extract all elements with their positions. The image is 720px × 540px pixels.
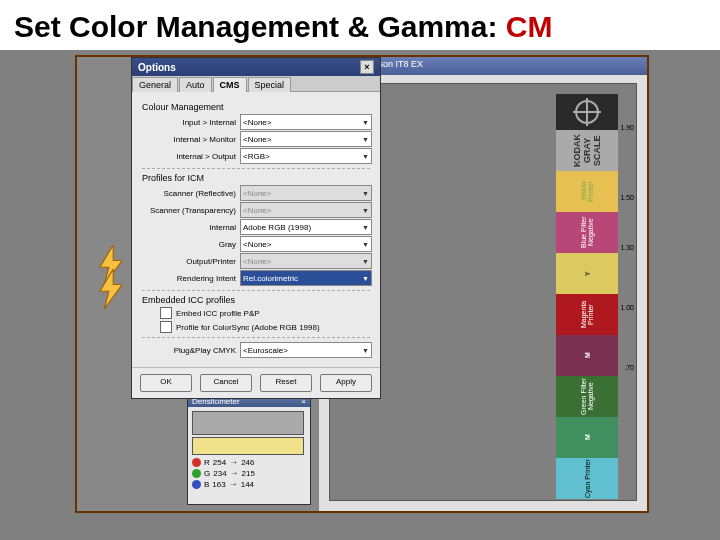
r-dot xyxy=(192,458,201,467)
select-output-printer: <None>▼ xyxy=(240,253,372,269)
checkbox-embed-pp[interactable] xyxy=(160,307,172,319)
close-icon[interactable]: × xyxy=(360,60,374,74)
slide-title: Set Color Management & Gamma: CM xyxy=(0,0,720,50)
select-rendering-intent[interactable]: Rel.colorimetric▼ xyxy=(240,270,372,286)
group-cm: Colour Management xyxy=(142,102,372,112)
checkbox-profile-colorsync[interactable] xyxy=(160,321,172,333)
cancel-button[interactable]: Cancel xyxy=(200,374,252,392)
select-internal-profile[interactable]: Adobe RGB (1998)▼ xyxy=(240,219,372,235)
strip-kodak: KODAK GRAY SCALE xyxy=(556,130,618,171)
strip-seg: Magenta Printer xyxy=(556,294,618,335)
group-profiles: Profiles for ICM xyxy=(142,173,372,183)
select-gray[interactable]: <None>▼ xyxy=(240,236,372,252)
swatch-before xyxy=(192,411,304,435)
strip-seg: M xyxy=(556,417,618,458)
apply-button[interactable]: Apply xyxy=(320,374,372,392)
group-embedded: Embedded ICC profiles xyxy=(142,295,372,305)
swatch-after xyxy=(192,437,304,455)
dialog-titlebar[interactable]: Options × xyxy=(132,58,380,76)
kodak-strip: KODAK GRAY SCALE Yellow Printer Blue Fil… xyxy=(556,94,618,499)
tab-cms[interactable]: CMS xyxy=(213,77,247,92)
strip-seg: Cyan Printer xyxy=(556,458,618,499)
select-scanner-transparency: <None>▼ xyxy=(240,202,372,218)
select-scanner-reflective: <None>▼ xyxy=(240,185,372,201)
tab-auto[interactable]: Auto xyxy=(179,77,212,92)
tab-strip: General Auto CMS Special xyxy=(132,76,380,92)
g-dot xyxy=(192,469,201,478)
lightning-icon xyxy=(97,269,125,309)
options-dialog: Options × General Auto CMS Special Colou… xyxy=(131,57,381,399)
select-pnp-cmyk[interactable]: <Euroscale>▼ xyxy=(240,342,372,358)
screenshot-frame: SilverFast Epson IT8 EX KODAK GRAY SCALE… xyxy=(75,55,649,513)
strip-seg: Green Filter Negative xyxy=(556,376,618,417)
strip-seg: Y xyxy=(556,253,618,294)
reset-button[interactable]: Reset xyxy=(260,374,312,392)
densitometer-panel[interactable]: Densitometer × R 254→246 G 234→215 B 163… xyxy=(187,395,311,505)
strip-seg: Blue Filter Negative xyxy=(556,212,618,253)
ok-button[interactable]: OK xyxy=(140,374,192,392)
tab-special[interactable]: Special xyxy=(248,77,292,92)
svg-marker-1 xyxy=(100,269,122,309)
b-dot xyxy=(192,480,201,489)
select-internal-output[interactable]: <RGB>▼ xyxy=(240,148,372,164)
target-icon xyxy=(556,94,618,130)
tab-general[interactable]: General xyxy=(132,77,178,92)
select-internal-monitor[interactable]: <None>▼ xyxy=(240,131,372,147)
strip-seg: M xyxy=(556,335,618,376)
select-input-internal[interactable]: <None>▼ xyxy=(240,114,372,130)
strip-seg: Yellow Printer xyxy=(556,171,618,212)
